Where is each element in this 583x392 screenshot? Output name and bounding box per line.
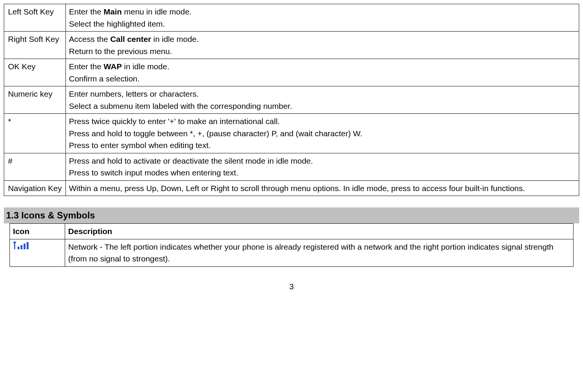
text: Press twice quickly to enter '+' to make… xyxy=(69,117,280,126)
key-description: Access the Call center in idle mode. Ret… xyxy=(66,32,579,59)
text: Press to enter symbol when editing text. xyxy=(69,141,211,150)
key-description: Within a menu, press Up, Down, Left or R… xyxy=(66,180,579,196)
section-heading: 1.3 Icons & Symbols xyxy=(4,207,579,223)
table-row: # Press and hold to activate or deactiva… xyxy=(4,153,579,180)
table-row: Network - The left portion indicates whe… xyxy=(10,239,573,266)
table-row: Navigation Key Within a menu, press Up, … xyxy=(4,180,579,196)
key-name: Left Soft Key xyxy=(4,4,66,32)
icons-table: Icon Description xyxy=(10,223,573,267)
bold-text: Call center xyxy=(110,35,151,43)
text: in idle mode. xyxy=(151,35,199,43)
svg-rect-5 xyxy=(27,242,29,249)
svg-rect-4 xyxy=(24,244,26,249)
table-header-row: Icon Description xyxy=(10,224,573,239)
table-row: OK Key Enter the WAP in idle mode. Confi… xyxy=(4,59,579,86)
key-name: Numeric key xyxy=(4,86,66,114)
text: Select the highlighted item. xyxy=(69,19,165,28)
key-name: * xyxy=(4,114,66,153)
icon-cell xyxy=(10,239,65,266)
key-description: Press twice quickly to enter '+' to make… xyxy=(66,114,579,153)
text: Within a menu, press Up, Down, Left or R… xyxy=(69,184,525,193)
svg-rect-2 xyxy=(18,247,19,249)
svg-rect-3 xyxy=(21,245,22,249)
key-description: Press and hold to activate or deactivate… xyxy=(66,153,579,180)
table-row: * Press twice quickly to enter '+' to ma… xyxy=(4,114,579,153)
table-row: Right Soft Key Access the Call center in… xyxy=(4,32,579,59)
key-description: Enter the WAP in idle mode. Confirm a se… xyxy=(66,59,579,86)
key-description: Enter the Main menu in idle mode. Select… xyxy=(66,4,579,32)
key-name: # xyxy=(4,153,66,180)
text: Access the xyxy=(69,35,110,43)
svg-marker-1 xyxy=(13,242,16,245)
keys-table: Left Soft Key Enter the Main menu in idl… xyxy=(4,4,579,196)
text: Confirm a selection. xyxy=(69,74,140,83)
text: Return to the previous menu. xyxy=(69,47,172,56)
icon-description: Network - The left portion indicates whe… xyxy=(65,239,573,266)
key-name: Right Soft Key xyxy=(4,32,66,59)
icon-column-header: Icon xyxy=(10,224,65,239)
text: Enter numbers, letters or characters. xyxy=(69,89,199,98)
page-number: 3 xyxy=(4,280,579,293)
table-row: Left Soft Key Enter the Main menu in idl… xyxy=(4,4,579,32)
key-description: Enter numbers, letters or characters. Se… xyxy=(66,86,579,114)
text: Press and hold to toggle between *, +, (… xyxy=(69,129,363,138)
signal-strength-icon xyxy=(13,241,30,253)
text: Press to switch input modes when enterin… xyxy=(69,168,238,177)
text: in idle mode. xyxy=(122,62,169,71)
text: Press and hold to activate or deactivate… xyxy=(69,156,313,165)
text: Enter the xyxy=(69,62,104,71)
description-column-header: Description xyxy=(65,224,573,239)
text: Enter the xyxy=(69,7,104,16)
bold-text: WAP xyxy=(104,62,122,71)
document-page: Left Soft Key Enter the Main menu in idl… xyxy=(4,4,579,292)
table-row: Numeric key Enter numbers, letters or ch… xyxy=(4,86,579,114)
text: Select a submenu item labeled with the c… xyxy=(69,102,292,110)
text: menu in idle mode. xyxy=(122,7,192,16)
key-name: Navigation Key xyxy=(4,180,66,196)
bold-text: Main xyxy=(104,7,122,16)
key-name: OK Key xyxy=(4,59,66,86)
